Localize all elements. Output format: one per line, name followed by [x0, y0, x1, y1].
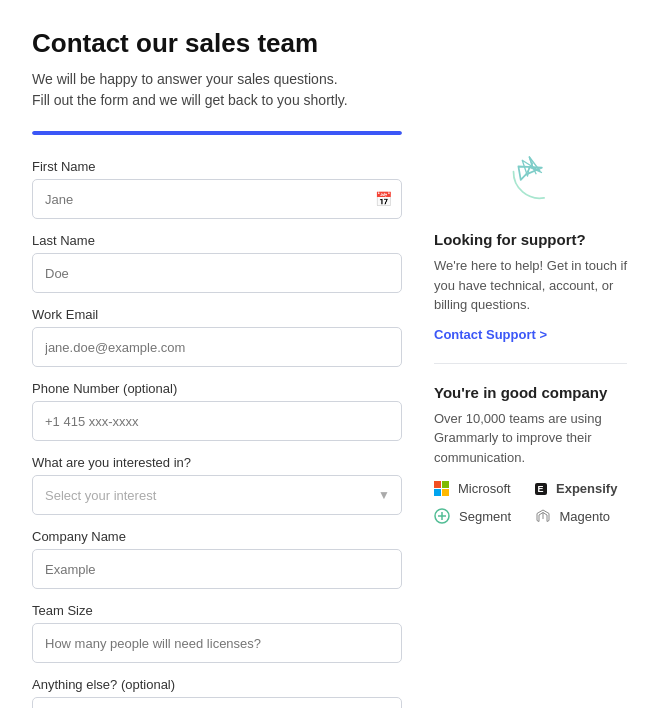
interest-select-wrapper: Select your interest Enterprise Plan Tea…	[32, 475, 402, 515]
progress-fill	[32, 131, 402, 135]
paper-plane-wrapper	[434, 141, 627, 211]
company-section: You're in good company Over 10,000 teams…	[434, 384, 627, 525]
team-size-group: Team Size	[32, 603, 402, 663]
expensify-icon: E	[535, 483, 548, 495]
magento-logo: Magento	[535, 508, 628, 524]
last-name-input[interactable]	[32, 253, 402, 293]
microsoft-logo: Microsoft	[434, 481, 527, 496]
team-size-label: Team Size	[32, 603, 402, 618]
expensify-logo: E Expensify	[535, 481, 628, 496]
anything-else-group: Anything else? (optional)	[32, 677, 402, 708]
magento-label: Magento	[560, 509, 611, 524]
support-text: We're here to help! Get in touch if you …	[434, 256, 627, 315]
support-section: Looking for support? We're here to help!…	[434, 231, 627, 364]
first-name-wrapper: 📅	[32, 179, 402, 219]
work-email-label: Work Email	[32, 307, 402, 322]
progress-bar	[32, 131, 402, 135]
interest-group: What are you interested in? Select your …	[32, 455, 402, 515]
microsoft-icon	[434, 481, 449, 496]
last-name-label: Last Name	[32, 233, 402, 248]
interest-label: What are you interested in?	[32, 455, 402, 470]
last-name-group: Last Name	[32, 233, 402, 293]
work-email-input[interactable]	[32, 327, 402, 367]
expensify-label: Expensify	[556, 481, 617, 496]
paper-plane-icon	[496, 141, 566, 211]
work-email-group: Work Email	[32, 307, 402, 367]
company-text: Over 10,000 teams are using Grammarly to…	[434, 409, 627, 468]
company-input[interactable]	[32, 549, 402, 589]
anything-else-label: Anything else? (optional)	[32, 677, 402, 692]
first-name-input[interactable]	[32, 179, 402, 219]
logos-grid: Microsoft E Expensify	[434, 481, 627, 524]
segment-label: Segment	[459, 509, 511, 524]
main-layout: First Name 📅 Last Name Work Email Phone …	[32, 131, 627, 708]
microsoft-label: Microsoft	[458, 481, 511, 496]
company-group: Company Name	[32, 529, 402, 589]
phone-input[interactable]	[32, 401, 402, 441]
magento-icon	[535, 508, 551, 524]
contact-support-link[interactable]: Contact Support >	[434, 327, 547, 342]
phone-label: Phone Number (optional)	[32, 381, 402, 396]
calendar-icon: 📅	[375, 191, 392, 207]
page-title: Contact our sales team	[32, 28, 627, 59]
sidebar-column: Looking for support? We're here to help!…	[434, 131, 627, 524]
page-wrapper: Contact our sales team We will be happy …	[0, 0, 659, 708]
segment-logo: Segment	[434, 508, 527, 524]
first-name-label: First Name	[32, 159, 402, 174]
phone-group: Phone Number (optional)	[32, 381, 402, 441]
form-column: First Name 📅 Last Name Work Email Phone …	[32, 131, 402, 708]
segment-icon	[434, 508, 450, 524]
team-size-input[interactable]	[32, 623, 402, 663]
company-title: You're in good company	[434, 384, 627, 401]
company-label: Company Name	[32, 529, 402, 544]
page-subtitle: We will be happy to answer your sales qu…	[32, 69, 627, 111]
first-name-group: First Name 📅	[32, 159, 402, 219]
interest-select[interactable]: Select your interest Enterprise Plan Tea…	[32, 475, 402, 515]
anything-else-textarea[interactable]	[32, 697, 402, 708]
support-title: Looking for support?	[434, 231, 627, 248]
